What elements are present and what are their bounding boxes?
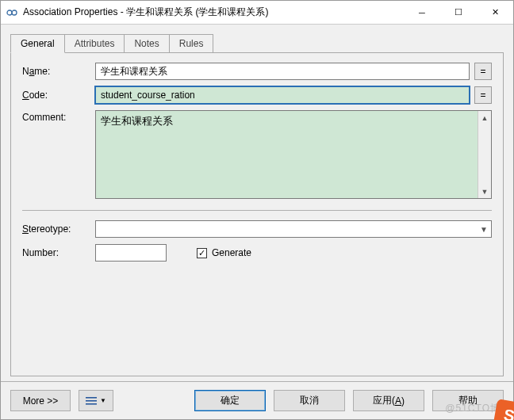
code-equals-button[interactable]: =	[474, 86, 492, 104]
label-generate: Generate	[212, 247, 251, 258]
number-input[interactable]	[95, 244, 167, 262]
title-bar: Association Properties - 学生和课程关系 (学生和课程关…	[1, 1, 513, 25]
window-title: Association Properties - 学生和课程关系 (学生和课程关…	[23, 6, 404, 19]
generate-checkbox[interactable]: ✓	[197, 248, 207, 258]
dialog-window: Association Properties - 学生和课程关系 (学生和课程关…	[0, 0, 514, 420]
comment-scrollbar[interactable]: ▲ ▼	[478, 111, 491, 198]
chevron-down-icon: ▼	[100, 397, 106, 404]
help-button[interactable]: 帮助	[432, 390, 504, 411]
row-name: Name: =	[22, 63, 492, 80]
name-input[interactable]	[95, 63, 470, 80]
ok-button[interactable]: 确定	[194, 390, 266, 411]
name-equals-button[interactable]: =	[474, 63, 492, 80]
maximize-button[interactable]: ☐	[440, 1, 477, 24]
label-number: Number:	[22, 247, 90, 258]
tab-attributes[interactable]: Attributes	[64, 34, 125, 53]
svg-point-1	[12, 10, 17, 15]
label-name: Name:	[22, 66, 90, 77]
stereotype-select[interactable]: ▼	[95, 220, 492, 238]
label-code: Code:	[22, 90, 90, 101]
content-area: General Attributes Notes Rules Name: = C…	[1, 25, 513, 381]
list-icon	[86, 396, 97, 406]
row-number: Number: ✓ Generate	[22, 244, 492, 262]
scroll-down-icon[interactable]: ▼	[478, 185, 491, 198]
minimize-button[interactable]: ─	[404, 1, 440, 24]
code-input[interactable]	[95, 86, 470, 104]
menu-dropdown-button[interactable]: ▼	[79, 390, 113, 411]
window-controls: ─ ☐ ✕	[404, 1, 513, 24]
apply-button[interactable]: 应用(A)	[353, 390, 424, 411]
more-button[interactable]: More >>	[10, 390, 71, 411]
tab-panel-general: Name: = Code: = Comment: 学生和课程关系 ▲ ▼	[10, 52, 504, 376]
tab-notes[interactable]: Notes	[124, 34, 169, 53]
cancel-button[interactable]: 取消	[274, 390, 345, 411]
tab-rules[interactable]: Rules	[169, 34, 214, 53]
svg-rect-4	[86, 403, 97, 405]
row-code: Code: =	[22, 86, 492, 104]
divider	[22, 210, 492, 211]
comment-textarea-wrap: 学生和课程关系 ▲ ▼	[95, 110, 492, 199]
close-button[interactable]: ✕	[477, 1, 513, 24]
row-stereotype: Stereotype: ▼	[22, 220, 492, 238]
comment-textarea[interactable]: 学生和课程关系	[96, 111, 478, 198]
svg-rect-3	[86, 400, 97, 402]
row-comment: Comment: 学生和课程关系 ▲ ▼	[22, 110, 492, 199]
chevron-down-icon: ▼	[480, 225, 488, 234]
svg-point-0	[7, 10, 12, 15]
app-icon	[6, 6, 18, 19]
svg-rect-2	[86, 397, 97, 399]
label-comment: Comment:	[22, 110, 90, 123]
label-stereotype: Stereotype:	[22, 223, 90, 235]
generate-checkbox-wrap[interactable]: ✓ Generate	[197, 247, 251, 258]
scroll-up-icon[interactable]: ▲	[478, 111, 491, 124]
tab-strip: General Attributes Notes Rules	[10, 32, 504, 53]
tab-general[interactable]: General	[10, 34, 65, 53]
dialog-footer: More >> ▼ 确定 取消 应用(A) 帮助	[1, 381, 513, 419]
